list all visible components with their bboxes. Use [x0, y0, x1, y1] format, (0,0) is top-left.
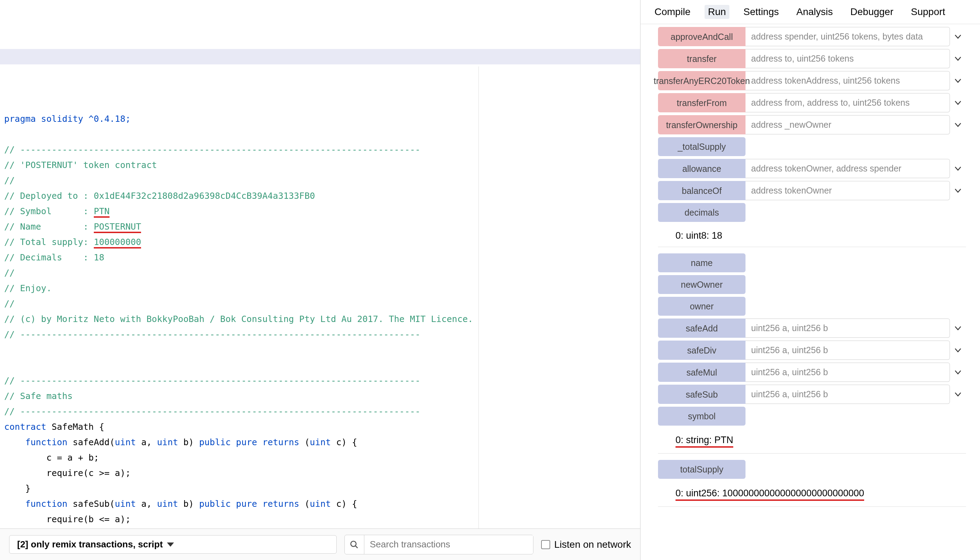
chevron-down-icon[interactable]	[950, 363, 966, 382]
tab-settings[interactable]: Settings	[740, 5, 782, 19]
kw-function-2: function	[25, 499, 67, 509]
current-line-highlight	[0, 49, 640, 64]
fn-row-transfer: transferaddress to, uint256 tokens	[658, 49, 966, 68]
search-icon[interactable]	[345, 535, 364, 554]
tab-support[interactable]: Support	[908, 5, 949, 19]
listen-checkbox-row[interactable]: Listen on network	[541, 539, 631, 550]
fn-button-allowance[interactable]: allowance	[658, 159, 745, 178]
fn-row-safeDiv: safeDivuint256 a, uint256 b	[658, 340, 966, 360]
fn-button-transferOwnership[interactable]: transferOwnership	[658, 115, 745, 134]
fn-button-decimals[interactable]: decimals	[658, 203, 745, 222]
fn-params-safeMul[interactable]: uint256 a, uint256 b	[745, 363, 950, 382]
fn-row-safeAdd: safeAdduint256 a, uint256 b	[658, 318, 966, 338]
chevron-down-icon[interactable]	[950, 340, 966, 360]
dash-line: // -------------------------------------…	[4, 145, 420, 155]
fn-button-transfer[interactable]: transfer	[658, 49, 745, 68]
symbol-pre: // Symbol :	[4, 206, 94, 216]
title-line: // 'POSTERNUT' token contract	[4, 160, 157, 170]
fn-row-owner: owner	[658, 297, 966, 316]
fn-params-balanceOf[interactable]: address tokenOwner	[745, 181, 950, 200]
fn-params-transferFrom[interactable]: address from, address to, uint256 tokens	[745, 93, 950, 112]
uint-c: uint	[310, 437, 331, 447]
dash-line-4: // -------------------------------------…	[4, 407, 420, 417]
fn-button-approveAndCall[interactable]: approveAndCall	[658, 27, 745, 46]
chevron-down-icon	[167, 542, 174, 547]
tab-analysis[interactable]: Analysis	[793, 5, 836, 19]
fn-button-balanceOf[interactable]: balanceOf	[658, 181, 745, 200]
fn-params-transferAnyERC20Token[interactable]: address tokenAddress, uint256 tokens	[745, 71, 950, 90]
fn-button-transferFrom[interactable]: transferFrom	[658, 93, 745, 112]
chevron-down-icon[interactable]	[950, 115, 966, 134]
fn-button-symbol[interactable]: symbol	[658, 407, 745, 426]
fn-params-safeAdd[interactable]: uint256 a, uint256 b	[745, 318, 950, 338]
tab-compile[interactable]: Compile	[651, 5, 694, 19]
functions-panel[interactable]: approveAndCalladdress spender, uint256 t…	[640, 24, 980, 560]
fn-button-owner[interactable]: owner	[658, 297, 745, 316]
fn-row-safeSub: safeSubuint256 a, uint256 b	[658, 385, 966, 404]
fn-button-safeMul[interactable]: safeMul	[658, 363, 745, 382]
fn-params-safeSub[interactable]: uint256 a, uint256 b	[745, 385, 950, 404]
uint-b: uint	[157, 437, 178, 447]
tx-filter-dropdown[interactable]: [2] only remix transactions, script	[9, 535, 337, 554]
c-paren: c) {	[331, 437, 357, 447]
chevron-down-icon[interactable]	[950, 93, 966, 112]
kw-contract: contract	[4, 422, 46, 432]
fn-params-transferOwnership[interactable]: address _newOwner	[745, 115, 950, 134]
fn-button-safeDiv[interactable]: safeDiv	[658, 340, 745, 360]
chevron-down-icon[interactable]	[950, 159, 966, 178]
b-paren-2: b)	[178, 499, 199, 509]
chevron-down-icon[interactable]	[950, 385, 966, 404]
kw-pure: pure	[236, 437, 257, 447]
fn-row-transferAnyERC20Token: transferAnyERC20Tokenaddress tokenAddres…	[658, 71, 966, 90]
fn-button-name[interactable]: name	[658, 253, 745, 272]
chevron-down-icon[interactable]	[950, 71, 966, 90]
blank-line-3: //	[4, 298, 15, 309]
chevron-down-icon[interactable]	[950, 27, 966, 46]
fn-output-decimals: 0: uint8: 18	[658, 225, 966, 247]
fn-button-safeAdd[interactable]: safeAdd	[658, 318, 745, 338]
checkbox-icon[interactable]	[541, 540, 550, 549]
name-val: POSTERNUT	[94, 222, 141, 233]
code-editor[interactable]: pragma solidity ^0.4.18; // ------------…	[0, 0, 640, 528]
body2: require(c >= a);	[4, 468, 130, 478]
body1: c = a + b;	[4, 453, 99, 463]
fn-button-totalSupply[interactable]: totalSupply	[658, 460, 745, 479]
svg-point-0	[351, 541, 356, 547]
name-pre: // Name :	[4, 222, 94, 232]
symbol-val: PTN	[94, 206, 110, 218]
c-paren-2: c) {	[331, 499, 357, 509]
tx-filter-label: [2] only remix transactions, script	[17, 539, 163, 550]
fn-params-transfer[interactable]: address to, uint256 tokens	[745, 49, 950, 68]
fn-row-transferFrom: transferFromaddress from, address to, ui…	[658, 93, 966, 112]
kw-public: public	[199, 437, 231, 447]
fn-button-transferAnyERC20Token[interactable]: transferAnyERC20Token	[658, 71, 745, 90]
fn-button-_totalSupply[interactable]: _totalSupply	[658, 137, 745, 156]
fn-params-safeDiv[interactable]: uint256 a, uint256 b	[745, 340, 950, 360]
chevron-down-icon[interactable]	[950, 318, 966, 338]
enjoy-line: // Enjoy.	[4, 283, 52, 293]
code-content: pragma solidity ^0.4.18; // ------------…	[4, 65, 636, 528]
fn-output-symbol: 0: string: PTN	[658, 428, 966, 453]
fn-button-newOwner[interactable]: newOwner	[658, 275, 745, 294]
kw-pure-2: pure	[236, 499, 257, 509]
a-comma: a,	[136, 437, 157, 447]
safemaths-line: // Safe maths	[4, 391, 73, 401]
dash-line-3: // -------------------------------------…	[4, 375, 420, 386]
chevron-down-icon[interactable]	[950, 181, 966, 200]
fn-output-totalSupply: 0: uint256: 100000000000000000000000000	[658, 482, 966, 507]
tab-debugger[interactable]: Debugger	[847, 5, 897, 19]
search-input[interactable]	[364, 535, 533, 553]
fn-row-symbol: symbol	[658, 407, 966, 426]
tab-run[interactable]: Run	[705, 5, 729, 19]
chevron-down-icon[interactable]	[950, 49, 966, 68]
fn-params-approveAndCall[interactable]: address spender, uint256 tokens, bytes d…	[745, 27, 950, 46]
fn-row-transferOwnership: transferOwnershipaddress _newOwner	[658, 115, 966, 134]
fn-params-allowance[interactable]: address tokenOwner, address spender	[745, 159, 950, 178]
deployed-line: // Deployed to : 0x1dE44F32c21808d2a9639…	[4, 191, 315, 201]
kw-function: function	[25, 437, 67, 447]
listen-label: Listen on network	[554, 539, 631, 550]
fn-button-safeSub[interactable]: safeSub	[658, 385, 745, 404]
fn-row-totalSupply: totalSupply	[658, 460, 966, 479]
uint-a: uint	[115, 437, 136, 447]
dash-line-2: // -------------------------------------…	[4, 329, 420, 340]
